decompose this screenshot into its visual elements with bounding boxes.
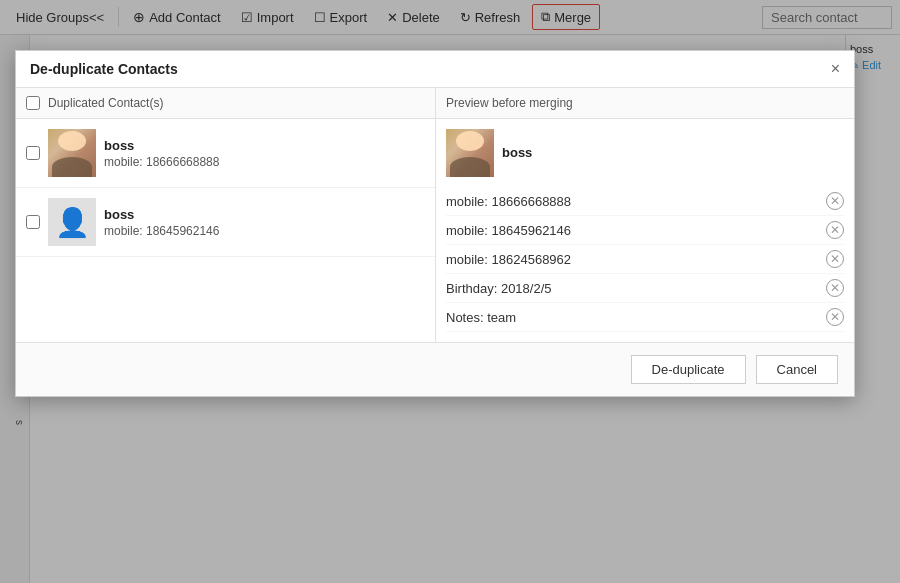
preview-field-text-0: mobile: 18666668888 [446, 194, 571, 209]
contact-checkbox-1[interactable] [26, 146, 40, 160]
preview-avatar [446, 129, 494, 177]
remove-field-button-0[interactable]: ✕ [826, 192, 844, 210]
preview-field-text-4: Notes: team [446, 310, 516, 325]
preview-field-row-0: mobile: 18666668888 ✕ [446, 187, 844, 216]
preview-field-text-3: Birthday: 2018/2/5 [446, 281, 552, 296]
dialog-header: De-duplicate Contacts × [16, 51, 854, 88]
preview-field-row-2: mobile: 18624568962 ✕ [446, 245, 844, 274]
dedup-button[interactable]: De-duplicate [631, 355, 746, 384]
left-panel-header: Duplicated Contact(s) [16, 88, 435, 119]
contact-mobile-2: mobile: 18645962146 [104, 224, 425, 238]
contact-mobile-1: mobile: 18666668888 [104, 155, 425, 169]
dialog-footer: De-duplicate Cancel [16, 342, 854, 396]
right-panel: Preview before merging boss mobile: 1866… [436, 88, 854, 342]
preview-label: Preview before merging [446, 96, 573, 110]
preview-field-row-1: mobile: 18645962146 ✕ [446, 216, 844, 245]
select-all-checkbox[interactable] [26, 96, 40, 110]
dialog-close-button[interactable]: × [831, 61, 840, 77]
preview-field-text-1: mobile: 18645962146 [446, 223, 571, 238]
remove-field-button-1[interactable]: ✕ [826, 221, 844, 239]
table-container: Duplicated Contact(s) boss mobile: 18666… [16, 88, 854, 342]
cancel-button[interactable]: Cancel [756, 355, 838, 384]
contact-name-2: boss [104, 207, 425, 222]
contact-checkbox-2[interactable] [26, 215, 40, 229]
contact-info-1: boss mobile: 18666668888 [104, 138, 425, 169]
list-item: boss mobile: 18666668888 [16, 119, 435, 188]
duplicated-contacts-label: Duplicated Contact(s) [48, 96, 163, 110]
contact-list: boss mobile: 18666668888 👤 boss mobile: … [16, 119, 435, 342]
remove-field-button-3[interactable]: ✕ [826, 279, 844, 297]
preview-field-row-3: Birthday: 2018/2/5 ✕ [446, 274, 844, 303]
contact-name-1: boss [104, 138, 425, 153]
avatar-photo-1 [48, 129, 96, 177]
remove-field-button-4[interactable]: ✕ [826, 308, 844, 326]
remove-field-button-2[interactable]: ✕ [826, 250, 844, 268]
dedup-dialog: De-duplicate Contacts × Duplicated Conta… [15, 50, 855, 397]
avatar-default-2: 👤 [48, 198, 96, 246]
preview-field-row-4: Notes: team ✕ [446, 303, 844, 332]
preview-field-text-2: mobile: 18624568962 [446, 252, 571, 267]
preview-contact-name: boss [502, 145, 532, 160]
preview-content: boss mobile: 18666668888 ✕ mobile: 18645… [436, 119, 854, 342]
list-item: 👤 boss mobile: 18645962146 [16, 188, 435, 257]
preview-contact-header: boss [446, 129, 844, 177]
person-icon: 👤 [55, 206, 90, 239]
preview-header: Preview before merging [436, 88, 854, 119]
left-panel: Duplicated Contact(s) boss mobile: 18666… [16, 88, 436, 342]
dialog-title: De-duplicate Contacts [30, 61, 178, 77]
contact-info-2: boss mobile: 18645962146 [104, 207, 425, 238]
